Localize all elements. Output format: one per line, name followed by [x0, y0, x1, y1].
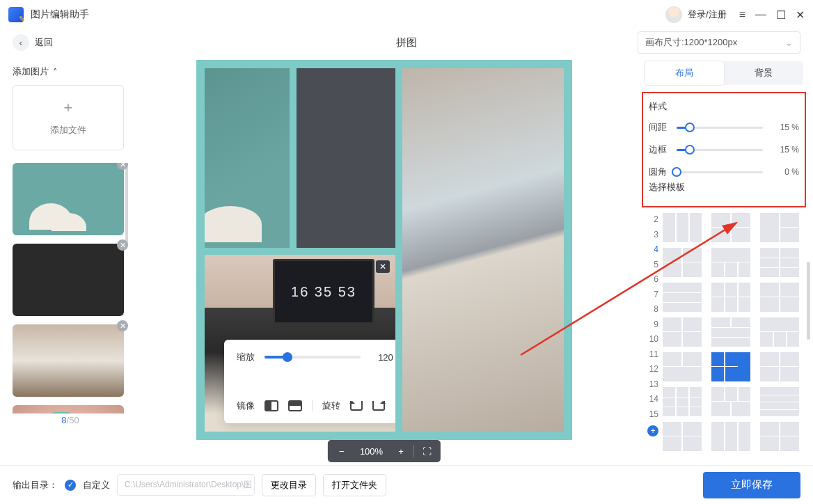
- minimize-button[interactable]: —: [755, 8, 766, 22]
- template-item[interactable]: [760, 248, 799, 277]
- border-slider[interactable]: [677, 149, 763, 151]
- template-item[interactable]: [711, 248, 750, 277]
- template-count[interactable]: 2: [645, 214, 658, 224]
- template-count[interactable]: 12: [645, 364, 658, 374]
- radius-slider[interactable]: [677, 171, 763, 173]
- page-title: 拼图: [396, 36, 417, 49]
- output-dir-label: 输出目录：: [13, 479, 58, 491]
- template-item[interactable]: [760, 387, 799, 416]
- template-item[interactable]: [711, 352, 750, 381]
- check-icon[interactable]: ✓: [65, 480, 76, 491]
- template-item[interactable]: [760, 352, 799, 381]
- mirror-v-icon[interactable]: [288, 400, 302, 411]
- add-file-label: 添加文件: [50, 124, 86, 136]
- collage-cell[interactable]: [297, 68, 395, 248]
- thumbnail-item[interactable]: [13, 405, 124, 414]
- template-item[interactable]: [663, 317, 702, 347]
- collage-cell[interactable]: [402, 68, 564, 432]
- change-dir-button[interactable]: 更改目录: [262, 474, 316, 496]
- scrollbar[interactable]: [807, 262, 810, 340]
- chevron-up-icon: ˄: [53, 67, 58, 77]
- canvas-area: 16 35 53 ✕ 缩放 120 % 镜像: [134, 56, 635, 465]
- spacing-slider[interactable]: [677, 127, 763, 129]
- transform-row: 镜像 旋转: [237, 400, 395, 412]
- zoom-out-button[interactable]: −: [332, 443, 352, 459]
- template-count[interactable]: 8: [645, 304, 658, 314]
- thumbnail-item[interactable]: ✕: [13, 163, 124, 235]
- template-item[interactable]: [760, 422, 799, 451]
- open-folder-button[interactable]: 打开文件夹: [323, 474, 386, 496]
- login-area[interactable]: 登录/注册: [665, 6, 727, 23]
- page-total: /50: [67, 415, 79, 425]
- scrollbar[interactable]: [125, 163, 128, 245]
- mirror-h-icon[interactable]: [265, 400, 278, 411]
- style-section: 样式 间距 15 % 边框 15 % 圆角 0 % 选择模板: [642, 92, 806, 207]
- add-images-header[interactable]: 添加图片 ˄: [13, 65, 128, 78]
- fit-screen-button[interactable]: ⛶: [417, 443, 436, 459]
- template-count[interactable]: 10: [645, 334, 658, 344]
- thumbnail-item[interactable]: ✕: [13, 244, 124, 316]
- remove-icon[interactable]: ✕: [117, 320, 128, 331]
- style-title: 样式: [649, 100, 799, 113]
- template-item[interactable]: [663, 248, 702, 277]
- template-item[interactable]: [663, 387, 702, 416]
- collage-cell[interactable]: [205, 68, 290, 248]
- template-count[interactable]: 4: [645, 244, 658, 254]
- template-item[interactable]: [760, 213, 799, 242]
- rotate-right-icon[interactable]: [372, 401, 385, 411]
- rotate-left-icon[interactable]: [350, 401, 363, 411]
- titlebar-right: 登录/注册 ≡ — ☐ ✕: [665, 6, 805, 23]
- remove-icon[interactable]: ✕: [117, 239, 128, 251]
- spacing-row: 间距 15 %: [649, 121, 799, 134]
- template-count[interactable]: 15: [645, 409, 658, 419]
- template-item[interactable]: [663, 283, 702, 312]
- thumbnail-item[interactable]: ✕: [13, 324, 124, 397]
- tab-layout[interactable]: 布局: [645, 61, 724, 85]
- collage-canvas[interactable]: 16 35 53 ✕ 缩放 120 % 镜像: [196, 60, 572, 440]
- add-images-label: 添加图片: [13, 65, 49, 78]
- cell-close-icon[interactable]: ✕: [376, 260, 390, 273]
- login-label: 登录/注册: [688, 8, 727, 21]
- app-icon: [8, 7, 24, 22]
- template-item[interactable]: [760, 317, 799, 347]
- template-item[interactable]: [711, 387, 750, 416]
- panel-tabs: 布局 背景: [645, 61, 803, 85]
- save-button[interactable]: 立即保存: [703, 472, 800, 498]
- template-count[interactable]: 13: [645, 379, 658, 389]
- template-count[interactable]: 6: [645, 274, 658, 284]
- border-label: 边框: [649, 143, 670, 156]
- template-item[interactable]: [663, 422, 702, 451]
- template-count[interactable]: 14: [645, 394, 658, 404]
- back-button[interactable]: ‹ 返回: [13, 34, 53, 51]
- template-item[interactable]: [711, 213, 750, 242]
- template-count[interactable]: 7: [645, 290, 658, 299]
- template-count[interactable]: 5: [645, 260, 658, 269]
- template-count[interactable]: 9: [645, 320, 658, 329]
- tab-background[interactable]: 背景: [724, 61, 803, 85]
- spacing-label: 间距: [649, 121, 670, 134]
- canvas-size-select[interactable]: 画布尺寸:1200*1200px ⌄: [638, 31, 800, 54]
- add-file-card[interactable]: + 添加文件: [13, 85, 124, 150]
- screen-time: 16 35 53: [273, 259, 374, 324]
- menu-button[interactable]: ≡: [739, 8, 745, 22]
- app-title: 图片编辑助手: [31, 8, 89, 21]
- zoom-in-button[interactable]: +: [391, 443, 411, 459]
- template-item[interactable]: [663, 213, 702, 242]
- image-edit-popup: 缩放 120 % 镜像 旋转: [224, 340, 395, 423]
- radius-value: 0 %: [770, 167, 799, 177]
- template-item[interactable]: [711, 283, 750, 312]
- maximize-button[interactable]: ☐: [776, 8, 786, 22]
- page-count: 8/50: [13, 415, 128, 425]
- thumbnail-list[interactable]: ✕ ✕ ✕: [13, 163, 128, 414]
- template-item[interactable]: [711, 422, 750, 451]
- zoom-slider[interactable]: [265, 356, 361, 359]
- template-item[interactable]: [663, 352, 702, 381]
- template-item[interactable]: [760, 283, 799, 312]
- template-count[interactable]: 11: [645, 349, 658, 359]
- collage-cell-selected[interactable]: 16 35 53 ✕ 缩放 120 % 镜像: [205, 255, 395, 432]
- close-button[interactable]: ✕: [796, 8, 805, 22]
- add-template-icon[interactable]: +: [647, 425, 658, 436]
- rotate-label: 旋转: [322, 400, 340, 412]
- template-count[interactable]: 3: [645, 230, 658, 239]
- template-item[interactable]: [711, 317, 750, 347]
